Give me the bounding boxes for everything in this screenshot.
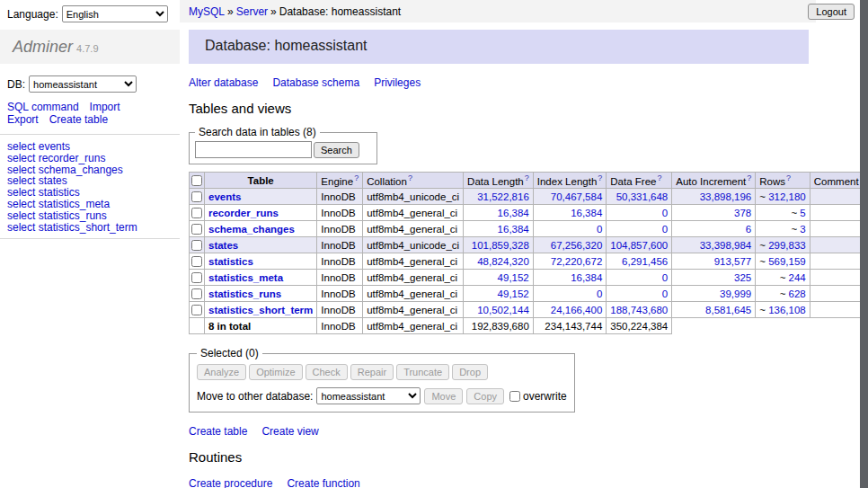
move-database-select[interactable]: homeassistant <box>316 387 421 404</box>
create-function-link[interactable]: Create function <box>287 477 359 488</box>
data-length-link[interactable]: 31,522,816 <box>477 191 529 202</box>
rows-count-link[interactable]: 569,159 <box>768 256 806 267</box>
auto-increment-link[interactable]: 913,577 <box>714 256 752 267</box>
index-length-link[interactable]: 16,384 <box>571 272 602 283</box>
index-length-link[interactable]: 72,220,672 <box>551 256 603 267</box>
auto-increment-link[interactable]: 8,581,645 <box>705 305 751 315</box>
data-free-cell: 6,291,456 <box>607 253 672 270</box>
rows-count-link[interactable]: 3 <box>800 224 805 235</box>
index-length-link[interactable]: 67,256,320 <box>551 240 603 251</box>
select-all-checkbox[interactable] <box>191 175 202 186</box>
data-length-link[interactable]: 16,384 <box>498 224 529 235</box>
data-length-link[interactable]: 10,502,144 <box>477 305 529 315</box>
copy-button[interactable]: Copy <box>466 388 504 404</box>
repair-button[interactable]: Repair <box>350 364 394 380</box>
rows-count-link[interactable]: 244 <box>789 272 806 283</box>
sidebar-table-name-link[interactable]: statistics_short_term <box>39 221 137 234</box>
auto-increment-link[interactable]: 325 <box>734 272 751 283</box>
alter-database-link[interactable]: Alter database <box>189 76 258 89</box>
rows-count-link[interactable]: 299,833 <box>768 240 806 251</box>
table-structure-link[interactable]: recorder_runs <box>208 208 279 218</box>
scrollbar[interactable] <box>860 0 868 488</box>
import-link[interactable]: Import <box>90 101 120 113</box>
data-length-link[interactable]: 101,859,328 <box>472 240 529 251</box>
language-select[interactable]: English <box>62 5 168 22</box>
create-table-link[interactable]: Create table <box>189 425 247 438</box>
row-checkbox[interactable] <box>191 256 202 267</box>
column-help-link[interactable]: ? <box>747 173 751 182</box>
row-checkbox[interactable] <box>191 272 202 283</box>
column-help-link[interactable]: ? <box>657 173 661 182</box>
table-structure-link[interactable]: statistics <box>208 256 253 267</box>
sql-command-link[interactable]: SQL command <box>7 101 79 113</box>
row-checkbox[interactable] <box>191 305 202 315</box>
breadcrumb-mysql-link[interactable]: MySQL <box>189 5 225 18</box>
auto-increment-link[interactable]: 33,398,984 <box>700 240 752 251</box>
drop-button[interactable]: Drop <box>452 364 488 380</box>
data-free-link[interactable]: 0 <box>662 272 668 283</box>
optimize-button[interactable]: Optimize <box>249 364 302 380</box>
create-table-link-sidebar[interactable]: Create table <box>49 113 108 126</box>
auto-increment-link[interactable]: 378 <box>734 208 751 218</box>
index-length-link[interactable]: 16,384 <box>571 208 602 218</box>
row-checkbox[interactable] <box>191 191 202 202</box>
table-structure-link[interactable]: statistics_meta <box>208 272 283 283</box>
index-length-link[interactable]: 24,166,400 <box>551 305 603 315</box>
auto-increment-link[interactable]: 33,898,196 <box>700 191 752 202</box>
search-button[interactable]: Search <box>314 142 359 158</box>
truncate-button[interactable]: Truncate <box>396 364 449 380</box>
column-help-link[interactable]: ? <box>598 173 602 182</box>
data-free-link[interactable]: 0 <box>662 288 668 299</box>
analyze-button[interactable]: Analyze <box>197 364 246 380</box>
move-button[interactable]: Move <box>424 388 463 404</box>
index-length-link[interactable]: 70,467,584 <box>551 191 603 202</box>
breadcrumb-server-link[interactable]: Server <box>236 5 268 18</box>
rows-count-link[interactable]: 312,180 <box>768 191 806 202</box>
index-length-link[interactable]: 0 <box>597 288 602 299</box>
export-link[interactable]: Export <box>7 113 39 126</box>
table-structure-link[interactable]: events <box>208 191 241 202</box>
data-free-link[interactable]: 50,331,648 <box>616 191 669 202</box>
check-button[interactable]: Check <box>306 364 348 380</box>
row-checkbox[interactable] <box>191 240 202 251</box>
row-checkbox[interactable] <box>191 288 202 299</box>
table-structure-link[interactable]: statistics_runs <box>208 288 281 299</box>
row-checkbox[interactable] <box>191 224 202 235</box>
adminer-logo[interactable]: Adminer <box>13 38 73 56</box>
create-view-link[interactable]: Create view <box>261 425 318 438</box>
data-free-link[interactable]: 0 <box>662 224 668 235</box>
data-length-link[interactable]: 49,152 <box>498 272 529 283</box>
column-help-link[interactable]: ? <box>786 173 791 182</box>
row-checkbox[interactable] <box>191 208 202 218</box>
select-table-link[interactable]: select <box>7 221 35 234</box>
logout-button[interactable]: Logout <box>808 4 855 20</box>
rows-count-link[interactable]: 5 <box>800 208 805 218</box>
data-free-link[interactable]: 188,743,680 <box>610 305 668 315</box>
data-free-link[interactable]: 0 <box>662 208 668 218</box>
privileges-link[interactable]: Privileges <box>374 76 421 89</box>
auto-increment-link[interactable]: 39,999 <box>720 288 751 299</box>
create-procedure-link[interactable]: Create procedure <box>189 477 272 488</box>
main-content: Database: homeassistant Alter databaseDa… <box>189 30 816 488</box>
search-input[interactable] <box>195 141 312 158</box>
rows-cell: ~ 5 <box>756 205 810 221</box>
table-structure-link[interactable]: schema_changes <box>208 224 295 235</box>
data-free-link[interactable]: 6,291,456 <box>622 256 668 267</box>
db-select[interactable]: homeassistant <box>29 75 137 93</box>
column-help-link[interactable]: ? <box>354 173 359 182</box>
table-structure-link[interactable]: statistics_short_term <box>208 305 313 315</box>
index-length-link[interactable]: 0 <box>597 224 602 235</box>
column-help-link[interactable]: ? <box>525 173 529 182</box>
column-help-link[interactable]: ? <box>408 173 412 182</box>
overwrite-checkbox[interactable] <box>509 391 520 402</box>
rows-count-link[interactable]: 136,108 <box>768 305 806 315</box>
auto-increment-link[interactable]: 6 <box>746 224 751 235</box>
rows-count-link[interactable]: 628 <box>789 288 806 299</box>
table-structure-link[interactable]: states <box>208 240 238 251</box>
data-length-link[interactable]: 48,824,320 <box>477 256 529 267</box>
scrollbar-thumb[interactable] <box>860 0 868 488</box>
database-schema-link[interactable]: Database schema <box>272 76 359 89</box>
data-length-link[interactable]: 16,384 <box>498 208 529 218</box>
data-free-link[interactable]: 104,857,600 <box>610 240 668 251</box>
data-length-link[interactable]: 49,152 <box>498 288 529 299</box>
